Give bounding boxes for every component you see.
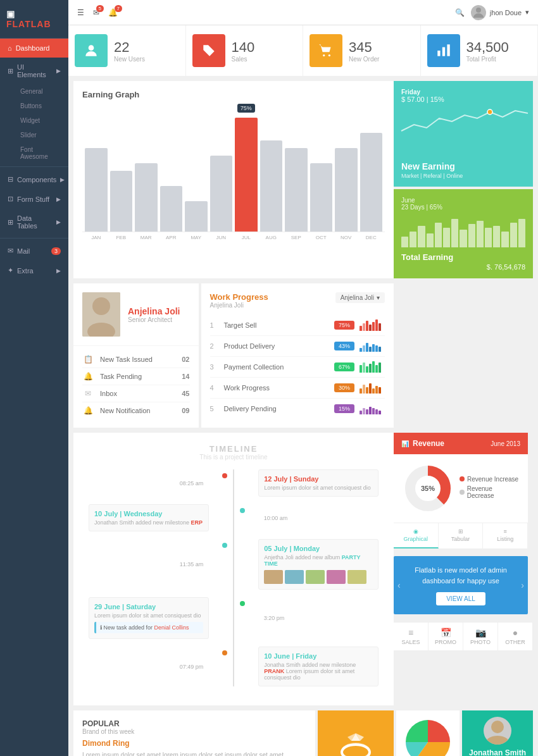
month-DEC: DEC bbox=[360, 235, 383, 240]
tl-content-2: 10 July | Wednesday Jonathan Smith added… bbox=[89, 504, 209, 531]
profile-stats: 📋 New Task Issued 02 🔔 Task Pending 14 ✉… bbox=[73, 346, 199, 424]
timeline-section: TIMELINE This is a project timeline 08:2… bbox=[73, 433, 394, 705]
profile-section: Anjelina Joli Senior Architect 📋 New Tas… bbox=[73, 283, 199, 428]
chevron-right-icon: ▶ bbox=[56, 196, 61, 202]
bar-9 bbox=[310, 163, 333, 232]
wp-bar-2-4 bbox=[372, 361, 375, 373]
profile-avatar bbox=[82, 292, 120, 337]
notification-icon: 🔔 bbox=[82, 406, 94, 415]
stat-card-sales[interactable]: 140 Sales bbox=[186, 25, 304, 76]
work-progress-items: 1 Target Sell 75% 2 Product Delivery 43%… bbox=[210, 315, 385, 419]
stat-card-orders[interactable]: 345 New Order bbox=[303, 25, 421, 76]
stats-row: 22 New Users 140 Sales 345 New Order bbox=[68, 25, 538, 76]
sidebar-item-ui-elements[interactable]: ⊞ UI Elements ▶ bbox=[0, 58, 68, 84]
revenue-tab-tabular[interactable]: ⊞ Tabular bbox=[439, 523, 484, 548]
sidebar-item-font-awesome[interactable]: Font Awesome bbox=[13, 142, 68, 164]
wp-label-3: Work Progress bbox=[224, 384, 329, 392]
wp-num-4: 5 bbox=[210, 405, 219, 412]
sidebar-item-extra[interactable]: ✦ Extra ▶ bbox=[0, 261, 68, 280]
month-JUL: JUL bbox=[235, 235, 258, 240]
tl-dot-4 bbox=[239, 600, 246, 607]
wp-bar-0-3 bbox=[369, 325, 372, 331]
app-logo: ▣ FLATLAB bbox=[0, 0, 68, 39]
tl-time-5: 07:49 pm bbox=[89, 664, 208, 670]
svg-point-20 bbox=[491, 721, 504, 733]
other-icon-button[interactable]: ● OTHER bbox=[498, 623, 533, 650]
month-APR: APR bbox=[160, 235, 183, 240]
tl-infobox: ℹ New task added for Denial Collins bbox=[94, 622, 203, 633]
stat-label-pending: Task Pending bbox=[100, 373, 175, 380]
bar-11 bbox=[360, 133, 383, 232]
wp-bar-2-1 bbox=[363, 363, 365, 373]
profile-stat-inbox: ✉ Inbox 45 bbox=[82, 385, 190, 402]
sidebar-item-form-stuff[interactable]: ⊡ Form Stuff ▶ bbox=[0, 189, 68, 209]
promo-icon-button[interactable]: 📅 PROMO bbox=[429, 623, 463, 650]
popular-image bbox=[318, 710, 394, 756]
table-icon: ⊞ bbox=[8, 218, 13, 226]
pie-chart bbox=[403, 717, 453, 756]
notifications-button[interactable]: 🔔 7 bbox=[108, 8, 118, 17]
stat-label-notif: New Notification bbox=[100, 407, 175, 414]
stat-card-users[interactable]: 22 New Users bbox=[68, 25, 186, 76]
search-button[interactable]: 🔍 bbox=[455, 8, 465, 17]
stat-val-pending: 14 bbox=[182, 373, 189, 380]
promo-next-button[interactable]: › bbox=[521, 580, 524, 590]
menu-button[interactable]: ☰ bbox=[77, 8, 84, 17]
bar-6: 75% bbox=[235, 118, 258, 232]
sidebar-item-mail[interactable]: ✉ Mail 3 bbox=[0, 241, 68, 261]
revenue-column: 📊 Revenue June 2013 35% bbox=[394, 433, 533, 705]
svg-rect-7 bbox=[447, 44, 449, 56]
wp-row-2: 3 Payment Collection 67% bbox=[210, 357, 385, 378]
donut-label: 35% bbox=[421, 485, 435, 492]
timeline-subtitle: This is a project timeline bbox=[82, 454, 385, 461]
month-NOV: NOV bbox=[335, 235, 358, 240]
stat-card-profit[interactable]: 34,500 Total Profit bbox=[421, 25, 539, 76]
search-icon: 🔍 bbox=[455, 8, 465, 17]
work-progress-section: Work Progress Anjelina Joli Anjelina Jol… bbox=[201, 283, 394, 428]
tl-time-3: 11:35 am bbox=[89, 561, 208, 567]
total-bar-9 bbox=[477, 221, 484, 247]
donut-chart: 35% bbox=[403, 463, 453, 514]
revenue-tab-graphical[interactable]: ◉ Graphical bbox=[394, 523, 439, 548]
work-progress-selector[interactable]: Anjelina Joli ▾ bbox=[335, 292, 385, 303]
sidebar-item-widget[interactable]: Widget bbox=[13, 113, 68, 128]
sidebar-item-slider[interactable]: Slider bbox=[13, 128, 68, 142]
total-bar-8 bbox=[468, 224, 475, 247]
view-all-button[interactable]: VIEW ALL bbox=[436, 592, 485, 605]
sales-icon-button[interactable]: ≡ SALES bbox=[394, 623, 429, 650]
stat-label-profit: Total Profit bbox=[466, 56, 532, 63]
popular-section: POPULAR Brand of this week Dimond Ring L… bbox=[73, 710, 315, 756]
svg-point-0 bbox=[476, 8, 481, 13]
app-name: FLATLAB bbox=[6, 19, 51, 29]
chevron-right-icon: ▶ bbox=[56, 68, 61, 74]
wp-bar-1-0 bbox=[360, 348, 362, 352]
chart-icon: 📊 bbox=[401, 440, 409, 447]
revenue-tab-listing[interactable]: ≡ Listing bbox=[483, 523, 528, 548]
svg-point-14 bbox=[342, 745, 370, 757]
bar-0 bbox=[85, 148, 108, 232]
sidebar-item-dashboard[interactable]: ⌂ Dashboard bbox=[0, 39, 68, 58]
earning-graph-title: Earning Graph bbox=[82, 90, 385, 99]
stat-value-orders: 345 bbox=[349, 39, 414, 56]
sidebar-item-components[interactable]: ⊟ Components ▶ bbox=[0, 170, 68, 189]
sidebar-item-general[interactable]: General bbox=[13, 84, 68, 99]
user-menu[interactable]: jhon Doue ▾ bbox=[471, 5, 529, 20]
tl-dot-2 bbox=[239, 507, 246, 514]
sidebar-item-buttons[interactable]: Buttons bbox=[13, 99, 68, 113]
sidebar-item-data-tables[interactable]: ⊞ Data Tables ▶ bbox=[0, 209, 68, 235]
email-button[interactable]: ✉ 5 bbox=[93, 8, 99, 17]
photo-icon-button[interactable]: 📷 PHOTO bbox=[463, 623, 498, 650]
wp-num-1: 2 bbox=[210, 342, 219, 350]
month-MAR: MAR bbox=[135, 235, 158, 240]
flatlab-promo: ‹ Flatlab is new model of admin dashboar… bbox=[394, 556, 528, 614]
wp-badge-3: 30% bbox=[334, 383, 354, 392]
stat-info-orders: 345 New Order bbox=[349, 39, 414, 63]
wp-bar-2-3 bbox=[369, 364, 372, 373]
stat-val-inbox: 45 bbox=[182, 390, 189, 397]
wp-badge-4: 15% bbox=[334, 404, 354, 413]
header-left-icons: ☰ ✉ 5 🔔 7 bbox=[77, 8, 118, 17]
dropdown-icon: ▾ bbox=[377, 294, 380, 301]
promo-prev-button[interactable]: ‹ bbox=[397, 580, 401, 590]
wp-row-3: 4 Work Progress 30% bbox=[210, 378, 385, 399]
profile-info: Anjelina Joli Senior Architect bbox=[128, 306, 180, 323]
